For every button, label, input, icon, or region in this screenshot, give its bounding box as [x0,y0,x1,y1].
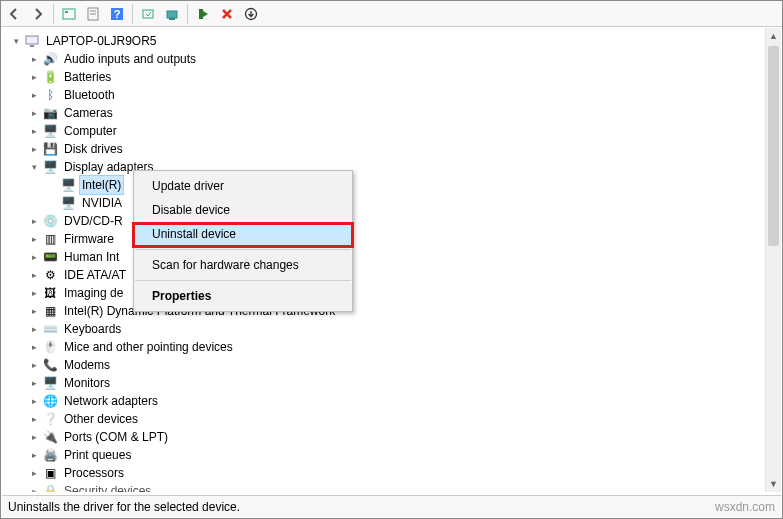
tree-category[interactable]: ▸ᛒBluetooth [10,86,781,104]
tree-category[interactable]: ▸🔊Audio inputs and outputs [10,50,781,68]
tree-category[interactable]: ▸▦Intel(R) Dynamic Platform and Thermal … [10,302,781,320]
toolbar-separator [53,4,54,24]
svg-rect-0 [63,9,75,19]
properties-button[interactable] [82,3,104,25]
svg-rect-10 [199,9,203,19]
ctx-disable-device[interactable]: Disable device [134,198,352,222]
svg-rect-12 [26,36,38,44]
svg-rect-1 [65,11,68,13]
ctx-uninstall-device[interactable]: Uninstall device [134,222,352,246]
tree-category[interactable]: ▸💾Disk drives [10,140,781,158]
tree-category[interactable]: ▸📞Modems [10,356,781,374]
imaging-icon: 🖼 [42,285,58,301]
tree-category[interactable]: ▸🖱️Mice and other pointing devices [10,338,781,356]
caret-right-icon[interactable]: ▸ [28,431,40,443]
processor-icon: ▣ [42,465,58,481]
status-text: Uninstalls the driver for the selected d… [8,500,240,514]
caret-right-icon[interactable]: ▸ [28,467,40,479]
toolbar: ? [1,1,782,27]
ctx-separator [135,280,351,281]
tree-root-label: LAPTOP-0LJR9OR5 [44,32,159,50]
scan-button[interactable] [137,3,159,25]
ide-icon: ⚙ [42,267,58,283]
category-label: Bluetooth [62,86,117,104]
category-label: DVD/CD-R [62,212,125,230]
category-label: Keyboards [62,320,123,338]
category-label: Firmware [62,230,116,248]
category-label: Disk drives [62,140,125,158]
scroll-down-button[interactable]: ▼ [766,476,781,492]
ctx-properties[interactable]: Properties [134,284,352,308]
vertical-scrollbar[interactable]: ▲ ▼ [765,28,781,492]
caret-right-icon[interactable]: ▸ [28,449,40,461]
scroll-thumb[interactable] [768,46,779,246]
hid-icon: 📟 [42,249,58,265]
caret-right-icon[interactable]: ▸ [28,305,40,317]
caret-right-icon[interactable]: ▸ [28,269,40,281]
caret-right-icon[interactable]: ▸ [28,287,40,299]
uninstall-button[interactable] [216,3,238,25]
device-tree[interactable]: ▾ LAPTOP-0LJR9OR5 ▸🔊Audio inputs and out… [2,28,781,492]
caret-right-icon[interactable]: ▸ [28,251,40,263]
caret-right-icon[interactable]: ▸ [28,107,40,119]
update-driver-button[interactable] [161,3,183,25]
caret-right-icon[interactable]: ▸ [28,485,40,492]
toolbar-separator [132,4,133,24]
caret-down-icon[interactable]: ▾ [10,35,22,47]
scroll-up-button[interactable]: ▲ [766,28,781,44]
platform-icon: ▦ [42,303,58,319]
tree-category[interactable]: ▸❔Other devices [10,410,781,428]
enable-button[interactable] [192,3,214,25]
display-adapter-icon: 🖥️ [60,177,76,193]
tree-category[interactable]: ▸📟Human Int [10,248,781,266]
tree-category-display-adapters[interactable]: ▾🖥️Display adapters [10,158,781,176]
tree-category[interactable]: ▸⚙IDE ATA/AT [10,266,781,284]
tree-category[interactable]: ▸🖼Imaging de [10,284,781,302]
tree-root[interactable]: ▾ LAPTOP-0LJR9OR5 [10,32,781,50]
computer-icon [24,33,40,49]
back-button[interactable] [3,3,25,25]
tree-category[interactable]: ▸🌐Network adapters [10,392,781,410]
caret-right-icon[interactable]: ▸ [28,143,40,155]
caret-right-icon[interactable]: ▸ [28,341,40,353]
ctx-scan-hardware[interactable]: Scan for hardware changes [134,253,352,277]
caret-right-icon[interactable]: ▸ [28,359,40,371]
down-button[interactable] [240,3,262,25]
ctx-update-driver[interactable]: Update driver [134,174,352,198]
forward-button[interactable] [27,3,49,25]
tree-category[interactable]: ▸💿DVD/CD-R [10,212,781,230]
caret-right-icon[interactable]: ▸ [28,215,40,227]
tree-category[interactable]: ▸⌨️Keyboards [10,320,781,338]
tree-category[interactable]: ▸▣Processors [10,464,781,482]
caret-right-icon[interactable]: ▸ [28,323,40,335]
tree-category[interactable]: ▸🖥️Computer [10,122,781,140]
tree-category[interactable]: ▸🔒Security devices [10,482,781,492]
caret-right-icon[interactable]: ▸ [28,89,40,101]
tree-category[interactable]: ▸🖨️Print queues [10,446,781,464]
audio-icon: 🔊 [42,51,58,67]
show-hidden-button[interactable] [58,3,80,25]
caret-right-icon[interactable]: ▸ [28,53,40,65]
tree-category[interactable]: ▸📷Cameras [10,104,781,122]
category-label: Human Int [62,248,121,266]
tree-device-intel[interactable]: 🖥️Intel(R) [10,176,781,194]
caret-right-icon[interactable]: ▸ [28,377,40,389]
caret-right-icon[interactable]: ▸ [28,395,40,407]
mouse-icon: 🖱️ [42,339,58,355]
caret-right-icon[interactable]: ▸ [28,413,40,425]
category-label: Monitors [62,374,112,392]
tree-category[interactable]: ▸🔋Batteries [10,68,781,86]
help-button[interactable]: ? [106,3,128,25]
category-label: Other devices [62,410,140,428]
caret-right-icon[interactable]: ▸ [28,125,40,137]
category-label: Processors [62,464,126,482]
tree-category[interactable]: ▸🔌Ports (COM & LPT) [10,428,781,446]
tree-category[interactable]: ▸▥Firmware [10,230,781,248]
caret-right-icon[interactable]: ▸ [28,71,40,83]
tree-category[interactable]: ▸🖥️Monitors [10,374,781,392]
watermark: wsxdn.com [715,500,775,514]
tree-device-nvidia[interactable]: 🖥️NVIDIA [10,194,781,212]
caret-right-icon[interactable]: ▸ [28,233,40,245]
caret-down-icon[interactable]: ▾ [28,161,40,173]
other-icon: ❔ [42,411,58,427]
